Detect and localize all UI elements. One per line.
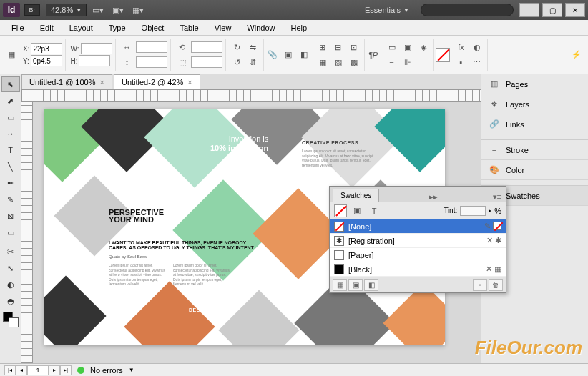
next-page-button[interactable]: ▸ bbox=[49, 365, 60, 375]
clip-icon[interactable]: 📎 bbox=[265, 48, 280, 62]
last-page-button[interactable]: ▸| bbox=[60, 365, 72, 375]
gap-tool[interactable]: ↔ bbox=[1, 126, 20, 142]
type-tool[interactable]: T bbox=[1, 142, 20, 158]
center-content-icon[interactable]: ⊡ bbox=[347, 40, 361, 54]
auto-fit-icon[interactable]: ▩ bbox=[347, 55, 361, 69]
opacity-icon[interactable]: ◐ bbox=[470, 40, 484, 54]
panel-layers[interactable]: ❖Layers bbox=[481, 94, 588, 114]
bridge-button[interactable]: Br bbox=[24, 4, 40, 16]
line-tool[interactable]: ╲ bbox=[1, 159, 20, 174]
pen-tool[interactable]: ✒ bbox=[1, 175, 20, 191]
wrap-jump-icon[interactable]: ≡ bbox=[385, 55, 399, 69]
horizontal-ruler[interactable] bbox=[21, 90, 481, 102]
document-tab[interactable]: Untitled-2 @ 42%× bbox=[114, 74, 200, 89]
direct-selection-tool[interactable]: ⬈ bbox=[1, 93, 20, 109]
vertical-ruler[interactable] bbox=[21, 102, 33, 363]
preflight-status-label[interactable]: No errors bbox=[90, 366, 123, 375]
select-container-icon[interactable]: ▣ bbox=[281, 48, 295, 62]
free-transform-tool[interactable]: ⤡ bbox=[1, 260, 20, 276]
scale-y-input[interactable] bbox=[136, 56, 167, 68]
tint-arrow-icon[interactable]: ▸ bbox=[489, 207, 491, 214]
rotate-ccw-icon[interactable]: ↺ bbox=[230, 55, 245, 69]
y-input[interactable] bbox=[31, 55, 62, 66]
menu-table[interactable]: Table bbox=[172, 21, 205, 34]
swatch-row[interactable]: [Black] ✕▦ bbox=[330, 262, 506, 277]
scale-x-input[interactable] bbox=[136, 41, 167, 53]
chevron-down-icon[interactable]: ▼ bbox=[129, 367, 134, 373]
panel-pages[interactable]: ▥Pages bbox=[481, 74, 588, 94]
menu-help[interactable]: Help bbox=[283, 21, 314, 34]
show-color-swatches-button[interactable]: ▣ bbox=[348, 279, 363, 291]
tint-input[interactable] bbox=[460, 206, 486, 216]
show-all-swatches-button[interactable]: ▦ bbox=[333, 279, 347, 291]
h-input[interactable] bbox=[79, 55, 110, 66]
search-input[interactable] bbox=[421, 4, 514, 16]
flip-v-icon[interactable]: ⇵ bbox=[246, 55, 260, 69]
flip-h-icon[interactable]: ⇋ bbox=[246, 40, 260, 54]
more-options-icon[interactable]: ⋯ bbox=[470, 55, 484, 69]
minimize-button[interactable]: — bbox=[519, 3, 539, 17]
x-input[interactable] bbox=[31, 43, 62, 54]
shear-icon[interactable]: ⬚ bbox=[175, 55, 190, 69]
panel-menu-icon[interactable]: ▾≡ bbox=[489, 192, 506, 202]
reference-point-icon[interactable]: ▦ bbox=[4, 48, 19, 62]
menu-edit[interactable]: Edit bbox=[33, 21, 61, 34]
rotate-input[interactable] bbox=[191, 41, 222, 53]
wrap-bbox-icon[interactable]: ▣ bbox=[401, 40, 415, 54]
maximize-button[interactable]: ▢ bbox=[542, 3, 562, 17]
collapse-icon[interactable]: ▸▸ bbox=[425, 192, 442, 202]
fit-frame-icon[interactable]: ⊟ bbox=[331, 40, 346, 54]
swatches-tab[interactable]: Swatches bbox=[333, 189, 379, 202]
arrange-docs-icon[interactable]: ▦▾ bbox=[129, 2, 147, 18]
w-input[interactable] bbox=[81, 43, 112, 54]
show-gradient-swatches-button[interactable]: ◧ bbox=[364, 279, 378, 291]
close-icon[interactable]: × bbox=[187, 78, 192, 86]
close-icon[interactable]: × bbox=[100, 78, 104, 86]
rectangle-tool[interactable]: ▭ bbox=[1, 224, 20, 240]
rotate-cw-icon[interactable]: ↻ bbox=[230, 40, 245, 54]
rotate-icon[interactable]: ⟲ bbox=[175, 40, 190, 54]
fill-none-icon[interactable] bbox=[436, 48, 450, 62]
delete-swatch-button[interactable]: 🗑 bbox=[489, 279, 503, 291]
formatting-container-icon[interactable]: ▣ bbox=[350, 204, 364, 218]
drop-shadow-icon[interactable]: ▪ bbox=[454, 55, 469, 69]
fill-frame-icon[interactable]: ▦ bbox=[315, 55, 330, 69]
page-number-input[interactable] bbox=[27, 365, 49, 375]
close-button[interactable]: ✕ bbox=[565, 3, 585, 17]
fit-prop-icon[interactable]: ▨ bbox=[331, 55, 346, 69]
menu-layout[interactable]: Layout bbox=[62, 21, 100, 34]
scissors-tool[interactable]: ✂ bbox=[1, 244, 20, 259]
zoom-dropdown[interactable]: 42.8% ▼ bbox=[46, 4, 87, 16]
swatch-row[interactable]: [None] ✎ bbox=[330, 219, 506, 234]
menu-file[interactable]: File bbox=[4, 21, 31, 34]
shear-input[interactable] bbox=[191, 56, 222, 68]
screen-mode-icon[interactable]: ▣▾ bbox=[109, 2, 127, 18]
rectangle-frame-tool[interactable]: ⊠ bbox=[1, 208, 20, 224]
pencil-tool[interactable]: ✎ bbox=[1, 192, 20, 207]
quick-apply-icon[interactable]: ⚡ bbox=[569, 48, 584, 62]
menu-object[interactable]: Object bbox=[134, 21, 172, 34]
menu-window[interactable]: Window bbox=[240, 21, 282, 34]
scale-y-icon[interactable]: ↕ bbox=[120, 55, 134, 69]
formatting-text-icon[interactable]: T bbox=[367, 204, 381, 218]
panel-links[interactable]: 🔗Links bbox=[481, 114, 588, 134]
fit-content-icon[interactable]: ⊞ bbox=[315, 40, 330, 54]
panel-stroke[interactable]: ≡Stroke bbox=[481, 140, 588, 160]
wrap-none-icon[interactable]: ▭ bbox=[385, 40, 399, 54]
first-page-button[interactable]: |◂ bbox=[4, 365, 16, 375]
document-tab[interactable]: Untitled-1 @ 100%× bbox=[21, 74, 112, 89]
page-tool[interactable]: ▭ bbox=[1, 109, 20, 125]
wrap-shape-icon[interactable]: ◈ bbox=[416, 40, 431, 54]
gradient-swatch-tool[interactable]: ◐ bbox=[1, 277, 20, 292]
menu-type[interactable]: Type bbox=[102, 21, 133, 34]
paragraph-style-icon[interactable]: ¶P bbox=[366, 48, 381, 62]
new-swatch-button[interactable]: ▫ bbox=[473, 279, 487, 291]
wrap-next-icon[interactable]: ⊪ bbox=[401, 55, 415, 69]
workspace-switcher[interactable]: Essentials ▼ bbox=[358, 4, 416, 16]
fill-swatch[interactable] bbox=[334, 204, 347, 217]
fill-stroke-swatch[interactable] bbox=[1, 310, 20, 329]
select-content-icon[interactable]: ◧ bbox=[297, 48, 311, 62]
swatch-row[interactable]: [Registration] ✕✱ bbox=[330, 234, 506, 248]
swatches-panel[interactable]: Swatches ▸▸ ▾≡ ▣ T Tint: ▸ % [None] ✎ [R… bbox=[329, 186, 506, 293]
scale-x-icon[interactable]: ↔ bbox=[120, 40, 134, 54]
